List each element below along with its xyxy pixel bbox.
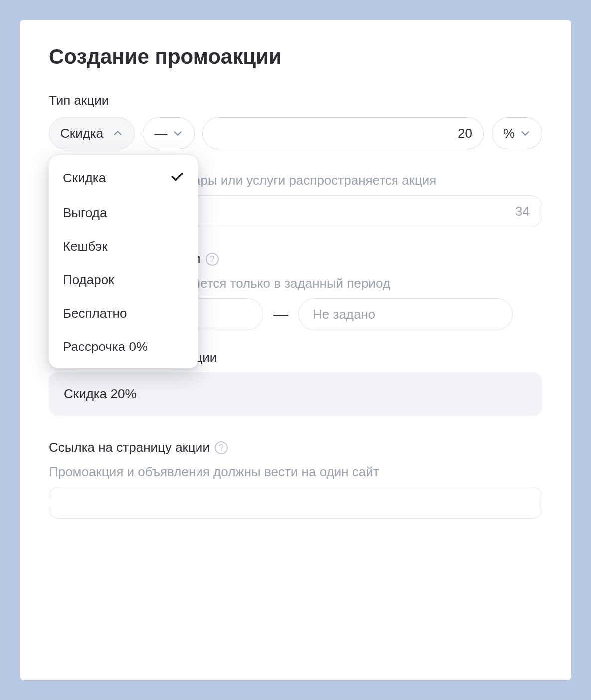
page-title: Создание промоакции	[49, 45, 542, 69]
type-option-discount[interactable]: Скидка	[49, 160, 198, 196]
unit-value: %	[503, 126, 515, 141]
type-option-cashback[interactable]: Кешбэк	[49, 230, 198, 263]
link-label-text: Ссылка на страницу акции	[49, 440, 210, 455]
link-label: Ссылка на страницу акции ?	[49, 440, 542, 455]
amount-value: 20	[458, 126, 472, 141]
result-value: Скидка 20%	[64, 386, 137, 401]
type-label: Тип акции	[49, 93, 542, 108]
option-label: Кешбэк	[63, 239, 108, 254]
subtype-dash: —	[154, 126, 167, 141]
link-sublabel: Промоакция и объявления должны вести на …	[49, 464, 542, 480]
type-option-benefit[interactable]: Выгода	[49, 196, 198, 230]
type-option-free[interactable]: Бесплатно	[49, 297, 198, 330]
type-option-installment[interactable]: Рассрочка 0%	[49, 330, 198, 363]
type-option-gift[interactable]: Подарок	[49, 263, 198, 297]
option-label: Рассрочка 0%	[63, 339, 148, 354]
type-row: Скидка — 20 % Скидка	[49, 117, 542, 149]
promo-form-card: Создание промоакции Тип акции Скидка — 2…	[20, 20, 571, 680]
option-label: Выгода	[63, 205, 107, 221]
period-end-placeholder: Не задано	[313, 307, 375, 322]
help-icon[interactable]: ?	[206, 253, 219, 266]
subtype-select[interactable]: —	[143, 117, 195, 149]
option-label: Подарок	[63, 272, 114, 288]
scope-counter: 34	[515, 204, 530, 219]
period-end-input[interactable]: Не задано	[298, 298, 513, 330]
type-dropdown: Скидка Выгода Кешбэк Подарок Бесплатно Р…	[49, 155, 198, 368]
option-label: Бесплатно	[63, 306, 127, 321]
period-dash: —	[273, 306, 288, 323]
check-icon	[170, 169, 185, 187]
chevron-up-icon	[112, 128, 123, 139]
type-select-value: Скидка	[60, 126, 103, 141]
option-label: Скидка	[63, 171, 106, 186]
link-input[interactable]	[49, 487, 542, 519]
chevron-down-icon	[172, 128, 183, 139]
result-preview: Скидка 20%	[49, 372, 542, 416]
unit-select[interactable]: %	[492, 117, 542, 149]
help-icon[interactable]: ?	[215, 441, 228, 454]
chevron-down-icon	[520, 128, 531, 139]
type-select[interactable]: Скидка	[49, 117, 135, 149]
amount-input[interactable]: 20	[202, 117, 484, 149]
